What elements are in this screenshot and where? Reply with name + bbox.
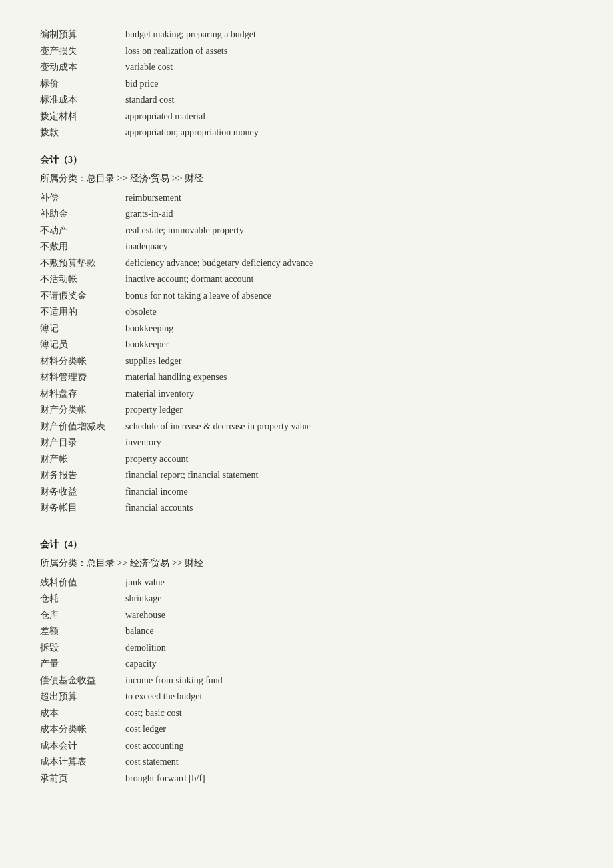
chinese-term: 不敷用 <box>40 239 120 255</box>
chinese-term: 标准成本 <box>40 92 120 109</box>
list-item: 偿债基金收益income from sinking fund <box>40 673 573 689</box>
english-translation: shrinkage <box>125 591 161 607</box>
chinese-term: 材料分类帐 <box>40 353 120 370</box>
english-translation: reimbursement <box>125 190 181 207</box>
chinese-term: 补助金 <box>40 206 120 223</box>
english-translation: loss on realization of assets <box>125 43 227 60</box>
english-translation: inventory <box>125 435 161 451</box>
chinese-term: 变动成本 <box>40 59 120 76</box>
list-item: 材料管理费material handling expenses <box>40 369 573 386</box>
chinese-term: 补偿 <box>40 190 120 207</box>
list-item: 成本会计cost accounting <box>40 738 573 755</box>
english-translation: inadequacy <box>125 239 168 255</box>
list-item: 财产目录inventory <box>40 435 573 451</box>
chinese-term: 成本 <box>40 705 120 722</box>
english-translation: supplies ledger <box>125 353 181 370</box>
list-item: 财产帐property account <box>40 451 573 468</box>
chinese-term: 差额 <box>40 623 120 640</box>
chinese-term: 成本分类帐 <box>40 721 120 738</box>
english-translation: property ledger <box>125 402 183 419</box>
english-translation: appropriated material <box>125 109 205 125</box>
chinese-term: 承前页 <box>40 771 120 787</box>
list-item: 拨款appropriation; appropriation money <box>40 125 573 141</box>
english-translation: material inventory <box>125 386 194 403</box>
chinese-term: 残料价值 <box>40 575 120 591</box>
list-item: 不请假奖金bonus for not taking a leave of abs… <box>40 288 573 305</box>
chinese-term: 不请假奖金 <box>40 288 120 305</box>
list-item: 簿记bookkeeping <box>40 321 573 337</box>
english-translation: property account <box>125 451 188 468</box>
list-item: 不动产real estate; immovable property <box>40 223 573 239</box>
list-item: 财务收益financial income <box>40 484 573 501</box>
english-translation: financial accounts <box>125 500 193 517</box>
english-translation: material handling expenses <box>125 369 227 386</box>
chinese-term: 仓耗 <box>40 591 120 607</box>
english-translation: bid price <box>125 76 158 93</box>
english-translation: obsolete <box>125 304 157 321</box>
chinese-term: 财务帐目 <box>40 500 120 517</box>
list-item: 不活动帐inactive account; dormant account <box>40 271 573 288</box>
list-item: 拆毁demolition <box>40 640 573 657</box>
list-item: 补偿reimbursement <box>40 190 573 207</box>
list-item: 补助金grants-in-aid <box>40 206 573 223</box>
english-translation: capacity <box>125 656 157 673</box>
english-translation: financial report; financial statement <box>125 467 258 484</box>
chinese-term: 标价 <box>40 76 120 93</box>
english-translation: to exceed the budget <box>125 689 202 705</box>
english-translation: cost ledger <box>125 721 166 738</box>
chinese-term: 财产目录 <box>40 435 120 451</box>
list-item: 财产分类帐property ledger <box>40 402 573 419</box>
chinese-term: 不活动帐 <box>40 271 120 288</box>
chinese-term: 财产价值增减表 <box>40 419 120 435</box>
list-item: 财务报告financial report; financial statemen… <box>40 467 573 484</box>
chinese-term: 材料盘存 <box>40 386 120 403</box>
list-item: 材料分类帐supplies ledger <box>40 353 573 370</box>
chinese-term: 材料管理费 <box>40 369 120 386</box>
chinese-term: 产量 <box>40 656 120 673</box>
list-item: 不敷预算垫款deficiency advance; budgetary defi… <box>40 255 573 272</box>
list-item: 材料盘存material inventory <box>40 386 573 403</box>
english-translation: warehouse <box>125 607 165 624</box>
list-item: 仓耗shrinkage <box>40 591 573 607</box>
list-item: 不敷用inadequacy <box>40 239 573 255</box>
english-translation: schedule of increase & decrease in prope… <box>125 419 311 435</box>
chinese-term: 不动产 <box>40 223 120 239</box>
english-translation: income from sinking fund <box>125 673 223 689</box>
section-header: 会计（3） <box>40 152 573 169</box>
list-item: 变动成本variable cost <box>40 59 573 76</box>
chinese-term: 成本计算表 <box>40 754 120 771</box>
list-item: 仓库warehouse <box>40 607 573 624</box>
english-translation: demolition <box>125 640 166 657</box>
list-item: 编制预算budget making; preparing a budget <box>40 27 573 43</box>
list-item: 标准成本standard cost <box>40 92 573 109</box>
chinese-term: 不适用的 <box>40 304 120 321</box>
list-item: 拨定材料appropriated material <box>40 109 573 125</box>
english-translation: balance <box>125 623 154 640</box>
list-item: 产量capacity <box>40 656 573 673</box>
list-item: 簿记员bookkeeper <box>40 337 573 353</box>
english-translation: junk value <box>125 575 165 591</box>
chinese-term: 仓库 <box>40 607 120 624</box>
list-item: 成本cost; basic cost <box>40 705 573 722</box>
english-translation: cost; basic cost <box>125 705 182 722</box>
english-translation: financial income <box>125 484 188 501</box>
chinese-term: 不敷预算垫款 <box>40 255 120 272</box>
list-item: 承前页brought forward [b/f] <box>40 771 573 787</box>
list-item: 差额balance <box>40 623 573 640</box>
category-line: 所属分类：总目录 >> 经济·贸易 >> 财经 <box>40 171 573 187</box>
chinese-term: 簿记 <box>40 321 120 337</box>
chinese-term: 成本会计 <box>40 738 120 755</box>
chinese-term: 拨定材料 <box>40 109 120 125</box>
english-translation: cost accounting <box>125 738 183 755</box>
english-translation: variable cost <box>125 59 173 76</box>
chinese-term: 财产分类帐 <box>40 402 120 419</box>
spacer <box>40 517 573 526</box>
chinese-term: 财产帐 <box>40 451 120 468</box>
chinese-term: 变产损失 <box>40 43 120 60</box>
english-translation: grants-in-aid <box>125 206 173 223</box>
english-translation: bookkeeping <box>125 321 173 337</box>
chinese-term: 拆毁 <box>40 640 120 657</box>
chinese-term: 超出预算 <box>40 689 120 705</box>
english-translation: appropriation; appropriation money <box>125 125 259 141</box>
english-translation: real estate; immovable property <box>125 223 244 239</box>
